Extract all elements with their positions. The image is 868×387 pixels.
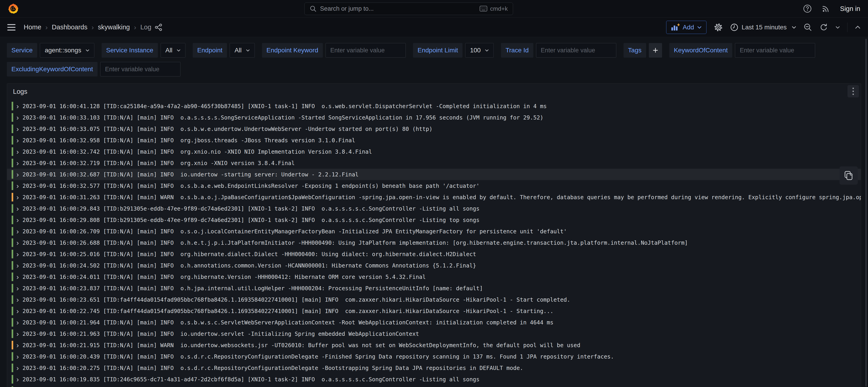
expand-row-chevron-icon[interactable]: ›: [17, 261, 19, 270]
variable-tags: Tags: [624, 43, 662, 58]
panel-title: Logs: [13, 88, 27, 95]
variable-dropdown-endpoint[interactable]: All: [230, 43, 254, 58]
keyboard-icon: [479, 6, 487, 11]
news-rss-icon[interactable]: [822, 5, 830, 13]
time-range-picker[interactable]: Last 15 minutes: [730, 23, 796, 31]
log-message: 2023-09-01 16:00:24.502 [TID:N/A] [main]…: [23, 262, 476, 269]
expand-row-chevron-icon[interactable]: ›: [17, 363, 19, 372]
log-row[interactable]: ›2023-09-01 16:00:24.011 [TID:N/A] [main…: [7, 271, 861, 283]
time-range-label: Last 15 minutes: [742, 24, 787, 31]
panel-menu-icon[interactable]: [847, 85, 859, 97]
log-message: 2023-09-01 16:00:31.263 [TID:N/A] [main]…: [23, 194, 861, 200]
expand-row-chevron-icon[interactable]: ›: [17, 113, 19, 122]
log-row[interactable]: ›2023-09-01 16:00:23.651 [TID:fa4ff44da0…: [7, 294, 861, 305]
share-icon[interactable]: [154, 23, 163, 31]
log-level-bar-warn: [11, 341, 13, 349]
expand-row-chevron-icon[interactable]: ›: [17, 284, 19, 293]
log-row[interactable]: ›2023-09-01 16:00:20.275 [TID:N/A] [main…: [7, 362, 861, 374]
sign-in-button[interactable]: Sign in: [840, 5, 860, 12]
expand-row-chevron-icon[interactable]: ›: [17, 227, 19, 236]
variable-input-excludingkeywordofcontent[interactable]: [100, 62, 180, 76]
expand-row-chevron-icon[interactable]: ›: [17, 204, 19, 213]
expand-row-chevron-icon[interactable]: ›: [17, 375, 19, 384]
grafana-app: Search or jump to... cmd+k: [0, 0, 868, 387]
grafana-logo[interactable]: [8, 3, 19, 14]
variable-value: 100: [470, 47, 481, 54]
log-level-bar-info: [11, 182, 13, 190]
expand-row-chevron-icon[interactable]: ›: [17, 238, 19, 247]
log-row[interactable]: ›2023-09-01 16:00:21.915 [TID:N/A] [main…: [7, 340, 861, 351]
log-message: 2023-09-01 16:00:32.577 [TID:N/A] [main]…: [23, 183, 479, 189]
log-level-bar-info: [11, 295, 13, 304]
log-row[interactable]: ›2023-09-01 16:00:24.502 [TID:N/A] [main…: [7, 260, 861, 271]
expand-row-chevron-icon[interactable]: ›: [17, 125, 19, 133]
log-row[interactable]: ›2023-09-01 16:00:21.963 [TID:N/A] [main…: [7, 328, 861, 340]
log-row[interactable]: ›2023-09-01 16:00:33.075 [TID:N/A] [main…: [7, 123, 861, 134]
log-row[interactable]: ›2023-09-01 16:00:26.688 [TID:N/A] [main…: [7, 237, 861, 248]
expand-row-chevron-icon[interactable]: ›: [17, 329, 19, 338]
log-row[interactable]: ›2023-09-01 16:00:26.709 [TID:N/A] [main…: [7, 226, 861, 237]
expand-row-chevron-icon[interactable]: ›: [17, 307, 19, 315]
log-row[interactable]: ›2023-09-01 16:00:29.808 [TID:b291305e-e…: [7, 214, 861, 226]
breadcrumb-item-home[interactable]: Home: [24, 24, 41, 31]
log-level-bar-info: [11, 307, 13, 315]
logs-panel-header[interactable]: Logs: [7, 84, 861, 99]
expand-row-chevron-icon[interactable]: ›: [17, 102, 19, 110]
variable-input-endpoint-keyword[interactable]: [326, 43, 406, 58]
expand-row-chevron-icon[interactable]: ›: [17, 147, 19, 156]
log-row[interactable]: ›2023-09-01 16:00:23.837 [TID:N/A] [main…: [7, 283, 861, 294]
expand-row-chevron-icon[interactable]: ›: [17, 193, 19, 201]
expand-row-chevron-icon[interactable]: ›: [17, 159, 19, 167]
log-row[interactable]: ›2023-09-01 16:00:33.103 [TID:N/A] [main…: [7, 112, 861, 123]
variable-dropdown-service-instance[interactable]: All: [161, 43, 185, 58]
log-level-bar-info: [11, 170, 13, 179]
log-level-bar-info: [11, 136, 13, 144]
menu-icon[interactable]: [7, 24, 16, 31]
log-row[interactable]: ›2023-09-01 16:00:32.687 [TID:N/A] [main…: [7, 169, 861, 180]
expand-row-chevron-icon[interactable]: ›: [17, 250, 19, 258]
zoom-out-icon[interactable]: [804, 23, 812, 32]
log-row[interactable]: ›2023-09-01 16:00:31.263 [TID:N/A] [main…: [7, 191, 861, 203]
expand-row-chevron-icon[interactable]: ›: [17, 341, 19, 349]
log-row[interactable]: ›2023-09-01 16:00:25.016 [TID:N/A] [main…: [7, 248, 861, 260]
variable-dropdown-service[interactable]: agent::songs: [40, 43, 94, 58]
search-input[interactable]: Search or jump to... cmd+k: [304, 2, 513, 15]
add-tag-button[interactable]: [649, 43, 662, 58]
log-row[interactable]: ›2023-09-01 16:00:20.439 [TID:N/A] [main…: [7, 351, 861, 362]
log-row[interactable]: ›2023-09-01 16:00:41.128 [TID:ca25184e-a…: [7, 100, 861, 112]
expand-row-chevron-icon[interactable]: ›: [17, 216, 19, 224]
log-row[interactable]: ›2023-09-01 16:00:32.958 [TID:N/A] [main…: [7, 134, 861, 146]
expand-row-chevron-icon[interactable]: ›: [17, 352, 19, 361]
help-icon[interactable]: [803, 4, 812, 13]
page-scrollbar[interactable]: [865, 39, 867, 387]
expand-row-chevron-icon[interactable]: ›: [17, 170, 19, 179]
log-row[interactable]: ›2023-09-01 16:00:22.745 [TID:fa4ff44da0…: [7, 305, 861, 317]
refresh-interval-chevron-icon[interactable]: [835, 26, 840, 29]
collapse-up-icon[interactable]: [855, 25, 861, 29]
breadcrumb-separator-icon: ›: [92, 24, 94, 31]
refresh-icon[interactable]: [819, 23, 828, 32]
log-row[interactable]: ›2023-09-01 16:00:29.843 [TID:b291305e-e…: [7, 203, 861, 214]
expand-row-chevron-icon[interactable]: ›: [17, 318, 19, 327]
expand-row-chevron-icon[interactable]: ›: [17, 136, 19, 144]
expand-row-chevron-icon[interactable]: ›: [17, 295, 19, 304]
log-row[interactable]: ›2023-09-01 16:00:21.964 [TID:N/A] [main…: [7, 317, 861, 328]
expand-row-chevron-icon[interactable]: ›: [17, 182, 19, 190]
breadcrumb: Home›Dashboards›skywalking›Log: [24, 24, 151, 31]
log-row[interactable]: ›: [7, 385, 861, 387]
variable-input-trace-id[interactable]: [536, 43, 616, 58]
log-row[interactable]: ›2023-09-01 16:00:19.835 [TID:246c9655-d…: [7, 374, 861, 385]
variable-input-keywordofcontent[interactable]: [735, 43, 815, 58]
breadcrumb-item-skywalking[interactable]: skywalking: [98, 24, 130, 31]
shortcut-label: cmd+k: [490, 5, 507, 12]
expand-row-chevron-icon[interactable]: ›: [17, 272, 19, 281]
breadcrumb-item-dashboards[interactable]: Dashboards: [52, 24, 87, 31]
add-panel-button[interactable]: Add: [666, 21, 707, 34]
log-row[interactable]: ›2023-09-01 16:00:32.577 [TID:N/A] [main…: [7, 180, 861, 191]
log-row[interactable]: ›2023-09-01 16:00:32.719 [TID:N/A] [main…: [7, 157, 861, 169]
log-row[interactable]: ›2023-09-01 16:00:32.742 [TID:N/A] [main…: [7, 146, 861, 157]
copy-icon[interactable]: [839, 166, 858, 185]
dashboard-settings-icon[interactable]: [714, 23, 723, 32]
variables-row-2: ExcludingKeywordOfContent: [7, 62, 861, 78]
variable-dropdown-endpoint-limit[interactable]: 100: [465, 43, 494, 58]
